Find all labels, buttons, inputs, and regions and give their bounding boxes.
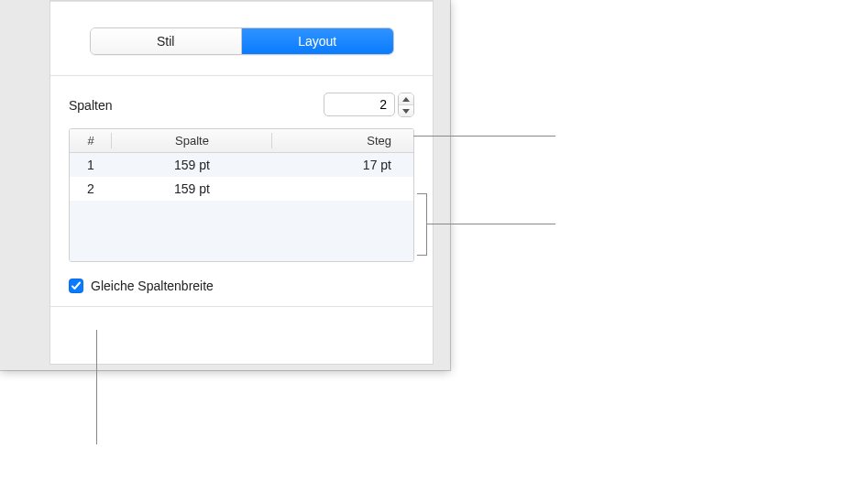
callout-bracket: [417, 193, 427, 256]
stepper-up-button[interactable]: [399, 93, 413, 105]
cell-num: 1: [70, 153, 112, 178]
callout-line: [426, 224, 555, 224]
header-gutter: Steg: [272, 129, 413, 153]
style-layout-segment: Stil Layout: [90, 27, 394, 55]
header-num: #: [70, 129, 112, 153]
columns-stepper-group: [324, 93, 414, 117]
cell-width[interactable]: 159 pt: [112, 177, 272, 201]
cell-gutter[interactable]: 17 pt: [272, 153, 413, 178]
columns-table: # Spalte Steg 1 159 pt 17 pt 2 159 pt: [69, 128, 414, 262]
cell-width[interactable]: 159 pt: [112, 153, 272, 178]
checkmark-icon: [71, 280, 82, 291]
table-row-empty: [70, 201, 413, 261]
callout-line: [96, 330, 97, 444]
stepper-down-button[interactable]: [399, 105, 413, 116]
table-header-row: # Spalte Steg: [70, 129, 413, 153]
equal-width-checkbox[interactable]: [69, 279, 83, 293]
columns-label: Spalten: [69, 98, 112, 113]
table-row[interactable]: 1 159 pt 17 pt: [70, 153, 413, 178]
equal-width-label: Gleiche Spaltenbreite: [91, 279, 214, 293]
table-row[interactable]: 2 159 pt: [70, 177, 413, 201]
layout-inspector-panel: Stil Layout Spalten # Spalte: [49, 0, 434, 365]
header-column: Spalte: [112, 129, 272, 153]
divider: [50, 306, 433, 307]
tab-layout[interactable]: Layout: [242, 28, 393, 54]
columns-stepper: [398, 93, 414, 117]
cell-gutter[interactable]: [272, 177, 413, 201]
columns-input[interactable]: [324, 93, 395, 116]
cell-num: 2: [70, 177, 112, 201]
callout-line: [413, 136, 555, 137]
tab-style[interactable]: Stil: [91, 28, 243, 54]
